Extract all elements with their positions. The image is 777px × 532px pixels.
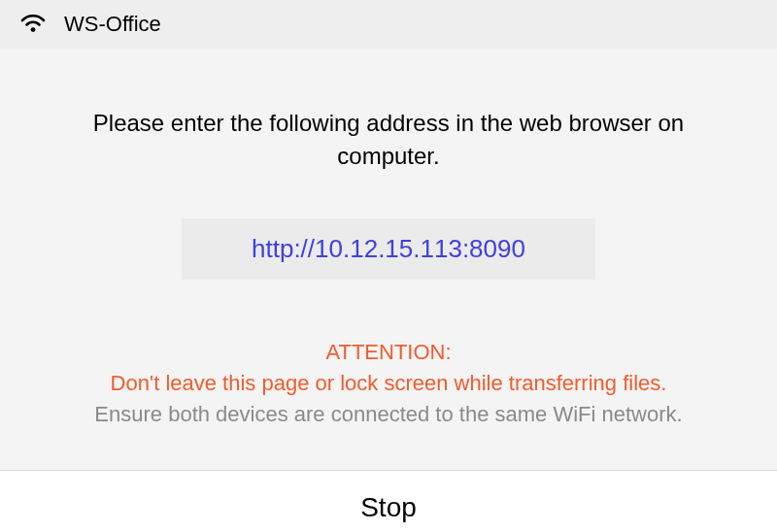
network-name: WS-Office [64, 12, 161, 37]
attention-label: ATTENTION: [39, 340, 738, 365]
instruction-text: Please enter the following address in th… [39, 107, 738, 172]
url-box: http://10.12.15.113:8090 [182, 218, 595, 280]
main-content: Please enter the following address in th… [0, 49, 777, 470]
wifi-icon [19, 14, 47, 35]
bottom-bar: Stop [0, 470, 777, 532]
url-text: http://10.12.15.113:8090 [252, 234, 525, 263]
warning-text: Don't leave this page or lock screen whi… [39, 371, 738, 396]
stop-button[interactable]: Stop [360, 492, 417, 523]
info-text: Ensure both devices are connected to the… [39, 402, 738, 427]
status-bar: WS-Office [0, 0, 777, 49]
